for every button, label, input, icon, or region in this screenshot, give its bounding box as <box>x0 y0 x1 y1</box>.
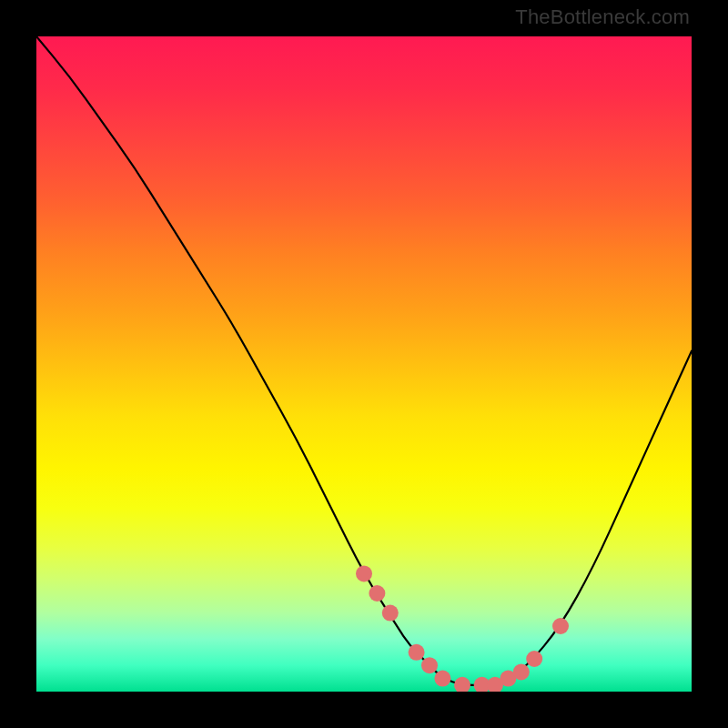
marker-point <box>382 605 399 622</box>
watermark-text: TheBottleneck.com <box>515 5 690 29</box>
chart-svg <box>36 36 692 692</box>
marker-point <box>454 677 470 692</box>
marker-point <box>526 651 542 667</box>
marker-point <box>409 644 425 661</box>
marker-point <box>421 657 438 673</box>
marker-point <box>369 585 385 602</box>
plot-area <box>36 36 692 692</box>
marker-point <box>552 618 569 634</box>
chart-frame: TheBottleneck.com <box>0 0 728 728</box>
marker-point <box>513 663 530 680</box>
highlight-points <box>356 565 569 692</box>
marker-point <box>356 565 372 581</box>
bottleneck-curve <box>36 36 692 685</box>
marker-point <box>434 671 450 687</box>
